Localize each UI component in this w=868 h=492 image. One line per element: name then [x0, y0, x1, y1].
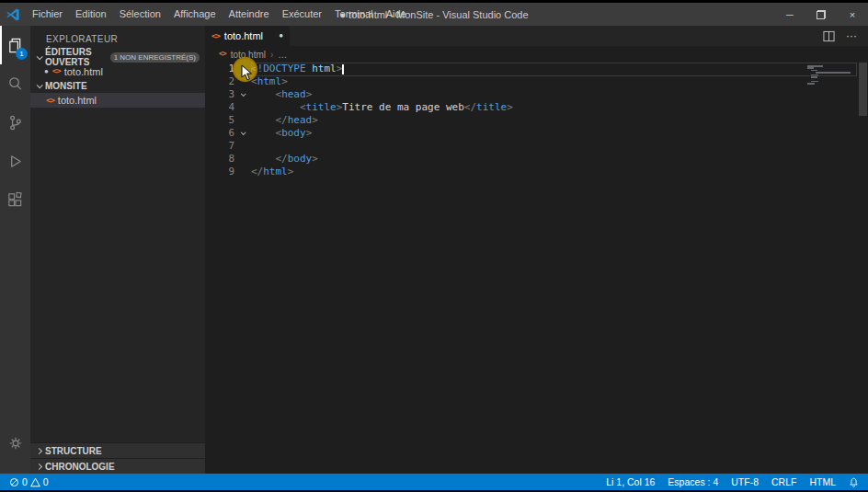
chevron-down-icon [33, 55, 45, 60]
activity-extensions-button[interactable] [0, 180, 30, 219]
activity-explorer-button[interactable]: 1 [0, 26, 30, 64]
more-actions-button[interactable]: ··· [846, 29, 857, 42]
unsaved-count-badge: 1 NON ENREGISTRÉ(S) [110, 52, 200, 63]
fold-chevron-icon[interactable] [234, 127, 251, 140]
editor-area: <> toto.html ● ··· <> toto.html › … 1< [205, 26, 868, 474]
text-caret [342, 64, 344, 74]
restore-button[interactable] [805, 3, 837, 26]
search-icon [6, 75, 24, 93]
file-item-label: toto.html [58, 95, 97, 106]
modified-dot-icon: ● [279, 32, 283, 40]
sidebar-bottom-sections: STRUCTURE CHRONOLOGIE [30, 442, 205, 474]
explorer-sidebar: EXPLORATEUR ÉDITEURS OUVERTS 1 NON ENREG… [30, 26, 205, 474]
fold-gutter [234, 63, 251, 75]
vscode-window: FichierEditionSélectionAffichageAtteindr… [0, 3, 868, 490]
code-line-8[interactable]: 8 </body> [205, 153, 868, 166]
vscode-logo-icon [6, 6, 21, 22]
code-line-4[interactable]: 4 <title>Titre de ma page web</title> [205, 101, 868, 114]
minimize-button[interactable]: ─ [774, 3, 805, 26]
line-number: 7 [205, 140, 234, 153]
html-file-icon: <> [219, 51, 226, 58]
line-number: 5 [205, 114, 234, 127]
editor-actions: ··· [823, 26, 868, 46]
run-debug-icon [6, 153, 24, 170]
open-editor-file-label: toto.html [64, 66, 103, 77]
bell-icon [849, 477, 859, 487]
folder-name-label: MONSITE [45, 81, 87, 91]
chevron-right-icon [33, 464, 45, 469]
title-bar: FichierEditionSélectionAffichageAtteindr… [0, 3, 868, 26]
html-file-icon: <> [46, 97, 54, 105]
encoding-indicator[interactable]: UTF-8 [731, 476, 759, 487]
extensions-icon [6, 191, 24, 209]
code-text: <html> [251, 75, 288, 88]
code-text: <head> [251, 88, 312, 101]
notifications-bell-button[interactable] [849, 477, 859, 487]
explorer-badge: 1 [16, 48, 28, 60]
menu-affichage[interactable]: Affichage [167, 3, 223, 26]
code-line-2[interactable]: 2<html> [205, 75, 868, 88]
code-text: <!DOCTYPE html> [251, 63, 344, 75]
eol-indicator[interactable]: CRLF [771, 476, 796, 487]
source-control-icon [6, 114, 24, 132]
menu-executer[interactable]: Exécuter [276, 3, 328, 26]
activity-run-debug-button[interactable] [0, 142, 30, 180]
problems-indicator[interactable]: 0 0 [9, 476, 49, 487]
scrollbar-thumb[interactable] [859, 63, 867, 116]
gear-icon [7, 435, 24, 452]
open-editors-header[interactable]: ÉDITEURS OUVERTS 1 NON ENREGISTRÉ(S) [30, 50, 205, 64]
window-controls: ─ × [774, 3, 868, 26]
indentation-indicator[interactable]: Espaces : 4 [668, 476, 718, 487]
warning-icon [30, 477, 40, 487]
code-line-1[interactable]: 1<!DOCTYPE html> [205, 63, 868, 75]
split-editor-button[interactable] [823, 30, 835, 42]
fold-chevron-icon[interactable] [234, 88, 251, 101]
outline-section-header[interactable]: STRUCTURE [30, 442, 205, 458]
code-text: <body> [251, 127, 312, 140]
menu-selection[interactable]: Sélection [113, 3, 167, 26]
line-number: 2 [205, 75, 234, 88]
open-editor-item[interactable]: ● <> toto.html [30, 64, 205, 78]
timeline-label: CHRONOLOGIE [45, 462, 115, 472]
language-mode[interactable]: HTML [809, 476, 836, 487]
file-item-toto-html[interactable]: <> toto.html [30, 93, 205, 108]
breadcrumb: <> toto.html › … [205, 46, 868, 63]
menu-edition[interactable]: Edition [69, 3, 113, 26]
folder-section-header[interactable]: MONSITE [30, 78, 205, 93]
code-text: </head> [251, 114, 318, 127]
settings-gear-button[interactable] [0, 424, 30, 463]
code-editor[interactable]: 1<!DOCTYPE html>2<html>3 <head>4 <title>… [205, 63, 868, 474]
activity-search-button[interactable] [0, 64, 30, 103]
tab-toto-html[interactable]: <> toto.html ● [205, 26, 290, 46]
code-line-3[interactable]: 3 <head> [205, 88, 868, 101]
fold-gutter [234, 153, 251, 166]
html-file-icon: <> [211, 32, 220, 40]
status-bar: 0 0 Li 1, Col 16 Espaces : 4 UTF-8 CRLF … [0, 474, 868, 490]
line-number: 9 [205, 166, 234, 178]
window-title: ● toto.html - MonSite - Visual Studio Co… [339, 9, 528, 20]
code-text: </body> [251, 153, 318, 166]
timeline-section-header[interactable]: CHRONOLOGIE [30, 458, 205, 474]
menu-fichier[interactable]: Fichier [26, 3, 69, 26]
line-number: 4 [205, 101, 234, 114]
cursor-position[interactable]: Li 1, Col 16 [606, 476, 655, 487]
close-button[interactable]: × [837, 3, 868, 26]
breadcrumb-ellipsis[interactable]: … [278, 50, 287, 60]
chevron-down-icon [33, 84, 45, 88]
menu-atteindre[interactable]: Atteindre [223, 3, 276, 26]
code-text: <title>Titre de ma page web</title> [251, 101, 513, 114]
code-line-9[interactable]: 9</html> [205, 166, 868, 178]
code-line-7[interactable]: 7 [205, 140, 868, 153]
minimap[interactable] [807, 65, 855, 86]
error-icon [9, 477, 19, 487]
line-number: 3 [205, 88, 234, 101]
code-line-5[interactable]: 5 </head> [205, 114, 868, 127]
code-lines: 1<!DOCTYPE html>2<html>3 <head>4 <title>… [205, 63, 868, 178]
fold-gutter [234, 114, 251, 127]
close-icon: × [850, 9, 855, 20]
breadcrumb-file[interactable]: toto.html [231, 50, 266, 60]
fold-gutter [234, 101, 251, 114]
activity-source-control-button[interactable] [0, 103, 30, 142]
fold-gutter [234, 166, 251, 178]
code-line-6[interactable]: 6 <body> [205, 127, 868, 140]
